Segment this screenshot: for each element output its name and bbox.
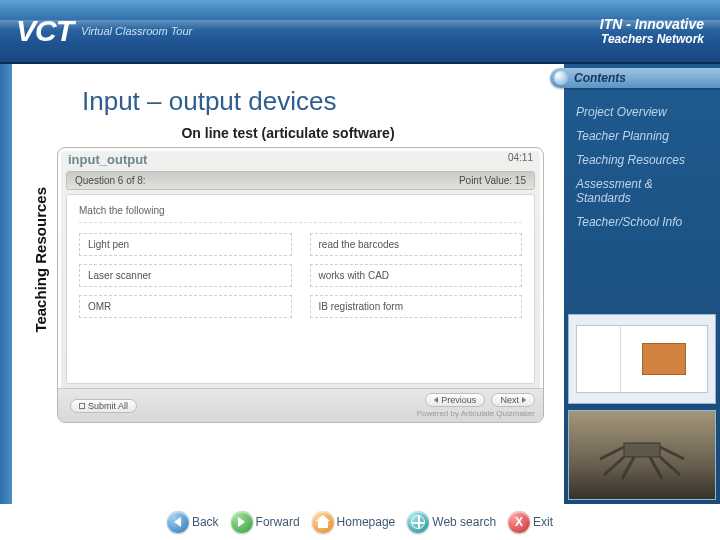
prev-button[interactable]: Previous [425,393,485,407]
contents-tab-icon [554,71,568,85]
match-right[interactable]: works with CAD [310,264,523,287]
back-icon [167,511,189,533]
vct-mark: VCT [16,14,73,48]
quiz-info-bar: Question 6 of 8: Point Value: 15 [66,171,535,190]
top-banner: VCT Virtual Classroom Tour ITN - Innovat… [0,0,720,64]
vertical-section-label: Teaching Resources [32,177,49,343]
itn-logo: ITN - Innovative Teachers Network [600,16,704,46]
nav-back-label: Back [192,515,219,529]
match-right[interactable]: IB registration form [310,295,523,318]
prev-label: Previous [441,395,476,405]
svg-line-1 [604,457,624,475]
quiz-panel: input_output 04:11 Question 6 of 8: Poin… [57,147,544,423]
nav-home[interactable]: Homepage [312,511,396,533]
vct-subtitle: Virtual Classroom Tour [81,25,192,37]
match-left[interactable]: OMR [79,295,292,318]
nav-exit-label: Exit [533,515,553,529]
content-area: Input – output devices On line test (art… [12,64,564,504]
thumbnail-document[interactable] [568,314,716,404]
nav-home-label: Homepage [337,515,396,529]
nav-back[interactable]: Back [167,511,219,533]
bottom-nav: Back Forward Homepage Web search X Exit [0,504,720,540]
contents-tab[interactable]: Contents [550,68,720,88]
nav-exit[interactable]: X Exit [508,511,553,533]
search-icon [407,511,429,533]
sidebar-item-planning[interactable]: Teacher Planning [576,124,708,148]
match-left[interactable]: Laser scanner [79,264,292,287]
sidebar-item-assessment[interactable]: Assessment & Standards [576,172,708,210]
quiz-question-count: Question 6 of 8: [75,175,146,186]
match-left[interactable]: Light pen [79,233,292,256]
home-icon [312,511,334,533]
nav-search-label: Web search [432,515,496,529]
quiz-point-value: Point Value: 15 [459,175,526,186]
quiz-footer: Submit All Previous Next Powered by Arti… [58,388,543,422]
sidebar-links: Project Overview Teacher Planning Teachi… [564,100,720,234]
sidebar-item-overview[interactable]: Project Overview [576,100,708,124]
nav-forward-label: Forward [256,515,300,529]
contents-tab-label: Contents [574,71,626,85]
submit-all-label: Submit All [88,401,128,411]
sidebar-thumbnails [564,304,720,504]
vct-logo: VCT Virtual Classroom Tour [16,14,192,48]
thumbnail-robot[interactable] [568,410,716,500]
itn-line1: ITN - Innovative [600,16,704,32]
sidebar: Contents Project Overview Teacher Planni… [564,64,720,504]
quiz-timer: 04:11 [508,152,533,167]
match-row: OMR IB registration form [79,295,522,318]
sidebar-item-schoolinfo[interactable]: Teacher/School Info [576,210,708,234]
svg-line-6 [660,447,684,459]
quiz-title: input_output [68,152,147,167]
svg-line-5 [600,447,624,459]
quiz-powered-by: Powered by Articulate Quizmaker [417,409,535,418]
nav-forward[interactable]: Forward [231,511,300,533]
submit-all-button[interactable]: Submit All [70,399,137,413]
next-icon [522,397,526,403]
exit-icon: X [508,511,530,533]
svg-rect-0 [624,443,660,457]
nav-search[interactable]: Web search [407,511,496,533]
match-right[interactable]: read the barcodes [310,233,523,256]
submit-icon [79,403,85,409]
svg-line-4 [650,457,662,479]
prev-icon [434,397,438,403]
page-title: Input – output devices [82,86,544,117]
itn-line2: Teachers Network [600,32,704,46]
quiz-body: Match the following Light pen read the b… [66,194,535,384]
forward-icon [231,511,253,533]
sidebar-item-resources[interactable]: Teaching Resources [576,148,708,172]
quiz-instruction: Match the following [79,205,522,223]
match-row: Light pen read the barcodes [79,233,522,256]
match-row: Laser scanner works with CAD [79,264,522,287]
page-subtitle: On line test (articulate software) [32,125,544,141]
svg-line-2 [660,457,680,475]
left-rail [0,64,12,504]
next-button[interactable]: Next [491,393,535,407]
next-label: Next [500,395,519,405]
svg-line-3 [622,457,634,479]
